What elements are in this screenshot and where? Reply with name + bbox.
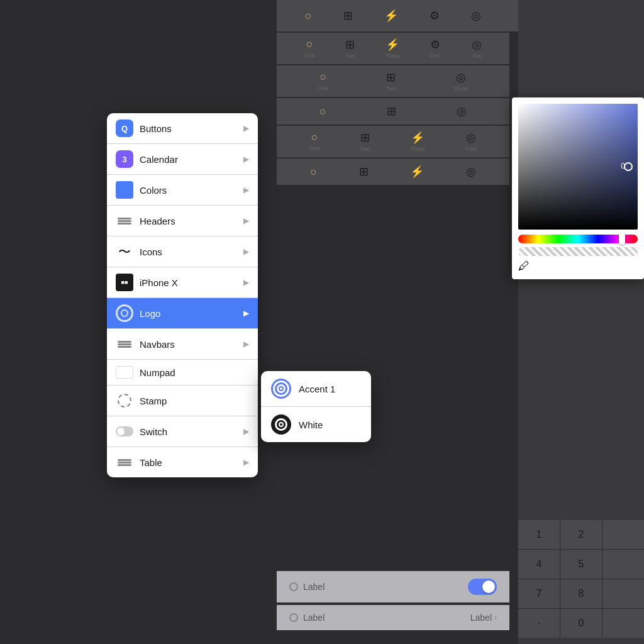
arrow-icon-calendar: ▶	[243, 155, 249, 164]
sidebar-item-stamp[interactable]: Stamp	[107, 386, 258, 416]
numpad-cell-4[interactable]: 4	[518, 550, 560, 579]
icon-item: ⊞ Two	[345, 38, 355, 59]
sidebar-item-iphonex[interactable]: ■■ iPhone X ▶	[107, 267, 258, 297]
sidebar-label-switch: Switch	[140, 426, 243, 437]
numpad-cell-dot[interactable]: ·	[518, 609, 560, 638]
arrow-icon-navbars: ▶	[243, 340, 249, 348]
sidebar-label-numpad: Numpad	[140, 367, 249, 378]
sidebar-label-headers: Headers	[140, 216, 243, 226]
headers-icon	[116, 212, 133, 230]
sidebar-item-navbars[interactable]: Navbars ▶	[107, 329, 258, 359]
navbars-icon	[116, 335, 133, 353]
numpad-cell-8[interactable]: 8	[560, 579, 602, 608]
label-icon	[289, 613, 298, 622]
sidebar-label-calendar: Calendar	[140, 154, 243, 165]
icon-item: ◎	[457, 104, 467, 118]
label-text-left: Label	[303, 613, 325, 623]
eyedropper-icon[interactable]: 🖊	[518, 260, 530, 273]
icon-item: ⊞	[387, 104, 396, 118]
icon-item: ○ One	[318, 70, 328, 91]
icon-item: ⊞ Two	[386, 70, 396, 92]
accent1-icon	[271, 379, 291, 399]
sidebar-label-colors: Colors	[140, 185, 243, 196]
numpad-cell-9[interactable]	[602, 579, 644, 608]
color-picker-panel: 0 🖊	[512, 97, 644, 279]
icon-row-labeled-2: ○ One ⊞ Two ⚡ Three ⚙ Four ◎ Five	[277, 33, 509, 64]
sidebar-item-icons[interactable]: 〜 Icons ▶	[107, 236, 258, 267]
numpad-cell-del[interactable]	[602, 609, 644, 638]
icon-item: ⚙ Four	[430, 38, 441, 59]
arrow-icon-colors: ▶	[243, 186, 249, 194]
arrow-icon-buttons: ▶	[243, 124, 249, 133]
sidebar-label-iphonex: iPhone X	[140, 277, 243, 288]
logo-submenu-accent1[interactable]: Accent 1	[261, 371, 371, 406]
numpad-cell-5[interactable]: 5	[560, 550, 602, 579]
numpad-cell-0[interactable]: 0	[560, 609, 602, 638]
numpad-cell-2[interactable]: 2	[560, 520, 602, 549]
icon-row-3: ○ One ⊞ Two ◎ Three	[277, 65, 509, 97]
chevron-right-icon: ›	[494, 613, 497, 622]
icon-item: ◎ Five	[471, 38, 482, 59]
center-panel: ○ ⊞ ⚡ ⚙ ◎ ○ One ⊞ Two ⚡ Three ⚙ Four	[277, 0, 509, 644]
sidebar-item-headers[interactable]: Headers ▶	[107, 206, 258, 236]
icon-item: ◎	[471, 9, 481, 23]
toggle-switch[interactable]	[468, 579, 497, 595]
sidebar-item-numpad[interactable]: Numpad	[107, 360, 258, 385]
switch-icon	[116, 423, 133, 440]
arrow-icon-icons: ▶	[243, 247, 249, 256]
colors-icon	[116, 181, 133, 199]
logo-icon	[116, 304, 133, 322]
icon-item: ⚡	[384, 9, 398, 23]
icon-item: ⊞	[343, 9, 353, 23]
sidebar-label-stamp: Stamp	[140, 396, 249, 406]
icon-label: Four	[430, 53, 441, 59]
icon-item: ○ One	[309, 131, 320, 152]
icon-item: ◎ Four	[465, 131, 477, 152]
sidebar-menu: Q Buttons ▶ 3 Calendar ▶ Colors ▶ Header…	[107, 113, 258, 477]
icon-row-5: ○ One ⊞ Two ⚡ Three ◎ Four	[277, 126, 509, 157]
logo-submenu: Accent 1 White	[261, 371, 371, 442]
icon-row-1: ○ ⊞ ⚡ ⚙ ◎	[277, 0, 509, 31]
icon-item: ⚡	[410, 165, 424, 179]
icon-item: ○	[310, 165, 317, 179]
sidebar-item-colors[interactable]: Colors ▶	[107, 175, 258, 205]
arrow-icon-iphonex: ▶	[243, 278, 249, 287]
arrow-icon-switch: ▶	[243, 427, 249, 436]
hue-handle[interactable]	[619, 233, 625, 245]
stamp-icon	[116, 392, 133, 409]
numpad-cell-3[interactable]	[602, 520, 644, 549]
white-icon	[271, 414, 291, 435]
sidebar-item-logo[interactable]: Logo ▶	[107, 298, 258, 328]
icons-icon: 〜	[116, 243, 133, 260]
sidebar-label-icons: Icons	[140, 247, 243, 257]
sidebar-label-buttons: Buttons	[140, 123, 243, 134]
opacity-slider[interactable]	[518, 247, 638, 256]
toggle-label-group: Label	[289, 582, 325, 592]
icon-row-6: ○ ⊞ ⚡ ◎	[277, 158, 509, 185]
hue-slider[interactable]	[518, 235, 638, 243]
color-gradient[interactable]: 0	[518, 104, 638, 230]
icon-item: ◎ Three	[453, 70, 469, 92]
sidebar-label-logo: Logo	[140, 308, 243, 319]
numpad-cell-6[interactable]	[602, 550, 644, 579]
sidebar-item-table[interactable]: Table ▶	[107, 447, 258, 477]
sidebar-item-switch[interactable]: Switch ▶	[107, 416, 258, 447]
icon-item: ○	[305, 9, 312, 23]
buttons-icon: Q	[116, 119, 133, 137]
accent1-label: Accent 1	[299, 384, 335, 394]
color-cursor[interactable]	[624, 162, 633, 171]
logo-submenu-white[interactable]: White	[261, 407, 371, 442]
arrow-icon-logo: ▶	[243, 309, 249, 318]
numpad-panel: 1 2 4 5 7 8 · 0	[518, 520, 644, 638]
sidebar-item-calendar[interactable]: 3 Calendar ▶	[107, 144, 258, 174]
sidebar-item-buttons[interactable]: Q Buttons ▶	[107, 113, 258, 143]
icon-label: One	[304, 52, 315, 58]
icon-item: ○ One	[304, 38, 315, 58]
icon-item: ⚡ Three	[385, 38, 400, 59]
icon-label: Five	[471, 53, 482, 59]
sidebar-label-table: Table	[140, 457, 243, 468]
icon-label: Two	[345, 53, 355, 59]
icon-item: ◎	[466, 165, 476, 179]
numpad-cell-7[interactable]: 7	[518, 579, 560, 608]
numpad-cell-1[interactable]: 1	[518, 520, 560, 549]
